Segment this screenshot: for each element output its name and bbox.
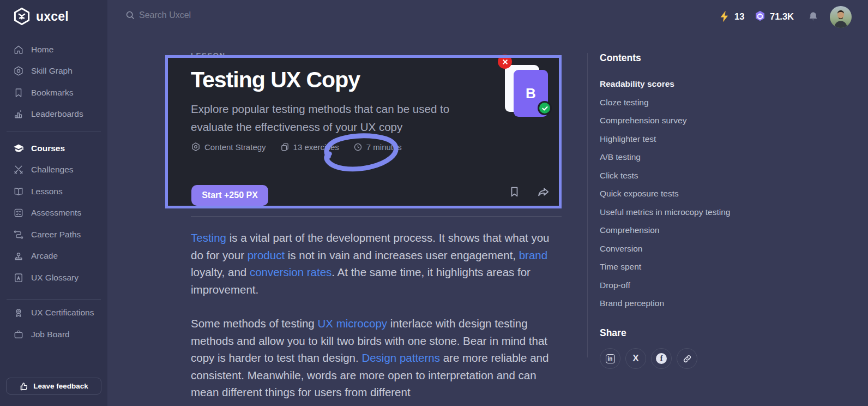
energy-count: 13 [734,11,744,22]
thumbs-up-icon [19,381,29,391]
leave-feedback-button[interactable]: Leave feedback [6,378,101,395]
sidebar-item-challenges[interactable]: Challenges [0,159,107,181]
toc-item-conversion[interactable]: Conversion [600,243,763,254]
app-window: uxcel Home Skill Graph Bookmarks Leaderb… [0,0,868,406]
sidebar-item-ux-certifications[interactable]: UX Certifications [0,302,107,324]
sidebar-item-label: Lessons [31,187,63,196]
article-paragraph: Some methods of testing UX microcopy int… [191,315,559,401]
share-x-button[interactable]: X [625,348,646,369]
share-lesson-icon[interactable] [537,186,550,199]
sidebar-divider [7,131,101,132]
inline-link[interactable]: Design patterns [361,351,440,364]
inline-link[interactable]: product [248,249,285,261]
chain-link-icon [682,354,692,364]
toc-item-comprehension-survey[interactable]: Comprehension survey [600,115,763,126]
gem-hexagon-icon [754,10,766,22]
inline-link[interactable]: brand [519,249,547,261]
search-input[interactable] [139,10,259,20]
inline-link[interactable]: UX microcopy [317,317,387,330]
toc-item-quick-exposure-tests[interactable]: Quick exposure tests [600,188,763,199]
copy-link-button[interactable] [677,348,697,369]
start-lesson-button[interactable]: Start +250 PX [191,185,268,206]
lesson-meta-row: Content Strategy 13 exercises 7 minutes [191,142,402,152]
home-icon [13,44,24,55]
sidebar-nav: Home Skill Graph Bookmarks Leaderboards … [0,39,107,345]
sidebar-divider [7,299,101,300]
table-of-contents: Readability scores Cloze testing Compreh… [600,79,763,309]
route-icon [13,229,24,240]
sidebar-item-label: Challenges [31,165,74,175]
linkedin-icon: in [606,354,615,363]
inline-link[interactable]: conversion rates [250,266,331,278]
notifications-bell-icon[interactable] [807,11,819,22]
skill-graph-icon [13,65,24,76]
facebook-icon: f [656,353,667,364]
user-avatar[interactable] [830,6,852,28]
contents-title: Contents [600,52,763,64]
sidebar-item-label: Leaderboards [31,109,83,119]
lesson-category: Content Strategy [191,142,266,152]
share-panel: Share in X f [600,327,697,369]
sidebar-item-skill-graph[interactable]: Skill Graph [0,61,107,82]
energy-counter[interactable]: 13 [719,10,744,22]
share-title: Share [600,327,697,339]
sidebar: uxcel Home Skill Graph Bookmarks Leaderb… [0,0,107,406]
sidebar-item-label: Courses [31,144,65,153]
joystick-icon [13,250,24,261]
medal-icon [13,307,24,318]
sidebar-item-lessons[interactable]: Lessons [0,181,107,202]
hero-divider [191,216,562,217]
sidebar-item-ux-glossary[interactable]: UX Glossary [0,267,107,289]
sidebar-item-career-paths[interactable]: Career Paths [0,224,107,246]
bookmark-lesson-icon[interactable] [508,186,521,198]
leave-feedback-label: Leave feedback [33,382,88,390]
toc-item-cloze-testing[interactable]: Cloze testing [600,97,763,108]
toc-item-highlighter-test[interactable]: Highlighter test [600,134,763,145]
toc-item-time-spent[interactable]: Time spent [600,261,763,272]
error-x-badge-icon [498,55,512,69]
gem-counter[interactable]: 71.3K [754,10,794,22]
lesson-exercise-count: 13 exercises [280,142,339,152]
brand-logo[interactable]: uxcel [12,7,69,26]
toc-item-drop-off[interactable]: Drop-off [600,280,763,291]
sidebar-item-leaderboards[interactable]: Leaderboards [0,104,107,126]
sidebar-item-courses[interactable]: Courses [0,138,107,159]
toc-item-comprehension[interactable]: Comprehension [600,225,763,236]
sidebar-item-bookmarks[interactable]: Bookmarks [0,82,107,104]
sidebar-item-label: Arcade [31,251,58,261]
share-facebook-button[interactable]: f [651,348,672,369]
sidebar-item-home[interactable]: Home [0,39,107,61]
text-segment: is not in vain and increases user engage… [285,249,519,261]
toc-item-click-tests[interactable]: Click tests [600,170,763,181]
text-segment: loyalty, and [191,266,250,278]
inline-link[interactable]: Testing [191,231,226,244]
sidebar-item-label: UX Glossary [31,273,79,283]
toc-item-brand-perception[interactable]: Brand perception [600,298,763,309]
share-buttons: in X f [600,348,697,369]
sidebar-item-job-board[interactable]: Job Board [0,324,107,345]
contents-divider [587,53,588,357]
sidebar-item-label: Career Paths [31,230,81,240]
toc-item-readability-scores[interactable]: Readability scores [600,79,763,89]
search-bar[interactable] [125,10,259,20]
leaderboard-icon [13,109,24,120]
article-paragraph: Testing is a vital part of the developme… [191,229,559,298]
glossary-icon [13,272,24,283]
sidebar-item-assessments[interactable]: Assessments [0,202,107,224]
share-linkedin-button[interactable]: in [600,348,620,369]
toc-item-ab-testing[interactable]: A/B testing [600,152,763,163]
bookmark-icon [13,87,24,98]
text-segment: Some methods of testing [191,317,317,330]
sidebar-item-label: Bookmarks [31,88,74,98]
copies-icon [280,142,290,152]
contents-panel: Contents Readability scores Cloze testin… [600,52,763,309]
toc-item-useful-metrics[interactable]: Useful metrics in microcopy testing [600,207,763,218]
lesson-hero-card: Testing UX Copy Explore popular testing … [165,55,562,208]
lesson-description: Explore popular testing methods that can… [191,100,463,136]
sidebar-item-label: Skill Graph [31,66,73,76]
success-check-badge-icon [538,101,552,115]
checklist-icon [13,207,24,218]
gem-count: 71.3K [770,11,794,22]
sidebar-item-arcade[interactable]: Arcade [0,246,107,267]
crossed-swords-icon [13,164,24,175]
